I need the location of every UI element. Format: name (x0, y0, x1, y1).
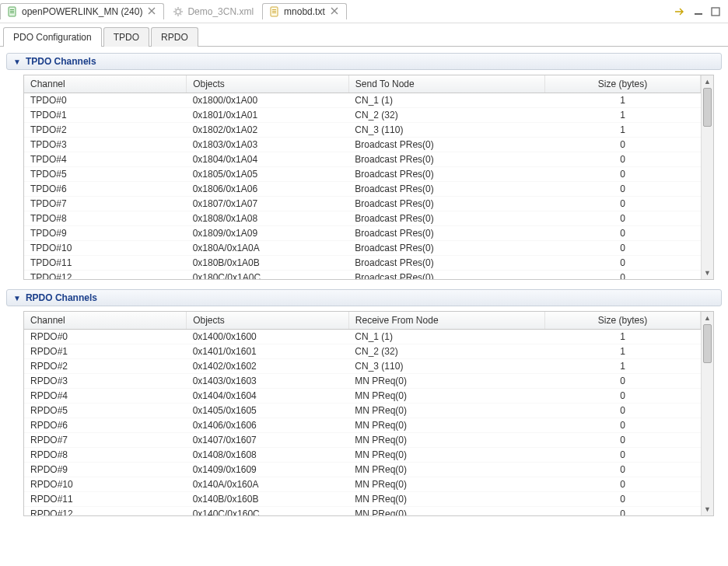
cell-channel: RPDO#12 (24, 507, 187, 516)
table-row[interactable]: RPDO#120x140C/0x160CMN PReq(0)0 (24, 507, 701, 516)
table-row[interactable]: TPDO#10x1801/0x1A01CN_2 (32)1 (24, 108, 701, 123)
cell-channel: TPDO#0 (24, 93, 187, 108)
table-row[interactable]: TPDO#120x180C/0x1A0CBroadcast PRes(0)0 (24, 271, 701, 280)
scroll-down-icon[interactable]: ▼ (702, 267, 713, 279)
table-row[interactable]: RPDO#30x1403/0x1603MN PReq(0)0 (24, 374, 701, 389)
cell-node: Broadcast PRes(0) (348, 167, 544, 182)
cell-objects: 0x140A/0x160A (187, 477, 349, 492)
tpdo-title: TPDO Channels (26, 56, 96, 67)
right-arrow-icon[interactable] (675, 7, 686, 16)
table-row[interactable]: TPDO#40x1804/0x1A04Broadcast PRes(0)0 (24, 152, 701, 167)
cell-objects: 0x1408/0x1608 (187, 448, 349, 463)
table-row[interactable]: TPDO#110x180B/0x1A0BBroadcast PRes(0)0 (24, 256, 701, 271)
maximize-icon[interactable] (711, 7, 720, 16)
table-row[interactable]: RPDO#90x1409/0x1609MN PReq(0)0 (24, 463, 701, 477)
cell-objects: 0x1400/0x1600 (187, 330, 349, 344)
table-row[interactable]: RPDO#20x1402/0x1602CN_3 (110)1 (24, 359, 701, 374)
editor-tab[interactable]: Demo_3CN.xml (166, 3, 261, 19)
file-icon (173, 6, 184, 17)
cell-objects: 0x1809/0x1A09 (187, 226, 349, 241)
svg-rect-16 (272, 12, 276, 13)
cell-size: 0 (544, 138, 700, 152)
table-row[interactable]: RPDO#60x1406/0x1606MN PReq(0)0 (24, 418, 701, 433)
tpdo-section-header[interactable]: ▼ TPDO Channels (6, 53, 722, 70)
table-row[interactable]: TPDO#60x1806/0x1A06Broadcast PRes(0)0 (24, 182, 701, 197)
cell-size: 0 (544, 477, 700, 492)
table-row[interactable]: RPDO#40x1404/0x1604MN PReq(0)0 (24, 389, 701, 404)
page-tab-pdo-configuration[interactable]: PDO Configuration (3, 27, 102, 47)
cell-objects: 0x1805/0x1A05 (187, 167, 349, 182)
editor-tab[interactable]: mnobd.txt (262, 3, 347, 19)
table-row[interactable]: RPDO#100x140A/0x160AMN PReq(0)0 (24, 477, 701, 492)
cell-channel: RPDO#4 (24, 389, 187, 404)
table-row[interactable]: TPDO#80x1808/0x1A08Broadcast PRes(0)0 (24, 211, 701, 226)
tab-label: openPOWERLINK_MN (240) (22, 6, 142, 17)
col-size[interactable]: Size (bytes) (544, 75, 700, 93)
table-row[interactable]: RPDO#70x1407/0x1607MN PReq(0)0 (24, 433, 701, 448)
svg-line-12 (180, 9, 181, 9)
cell-size: 0 (544, 448, 700, 463)
page-tab-rpdo[interactable]: RPDO (151, 27, 198, 47)
cell-node: MN PReq(0) (348, 492, 544, 507)
col-channel[interactable]: Channel (24, 75, 187, 93)
table-row[interactable]: RPDO#110x140B/0x160BMN PReq(0)0 (24, 492, 701, 507)
tpdo-table[interactable]: Channel Objects Send To Node Size (bytes… (24, 75, 701, 279)
col-objects[interactable]: Objects (187, 75, 349, 93)
cell-size: 0 (544, 271, 700, 280)
table-row[interactable]: RPDO#80x1408/0x1608MN PReq(0)0 (24, 448, 701, 463)
cell-node: MN PReq(0) (348, 448, 544, 463)
table-row[interactable]: RPDO#10x1401/0x1601CN_2 (32)1 (24, 344, 701, 359)
cell-node: Broadcast PRes(0) (348, 256, 544, 271)
cell-objects: 0x140C/0x160C (187, 507, 349, 516)
scroll-down-icon[interactable]: ▼ (702, 503, 713, 515)
col-receive-from-node[interactable]: Receive From Node (348, 312, 544, 330)
cell-objects: 0x180B/0x1A0B (187, 256, 349, 271)
svg-line-10 (180, 14, 181, 15)
col-objects[interactable]: Objects (187, 312, 349, 330)
rpdo-section-header[interactable]: ▼ RPDO Channels (6, 289, 722, 306)
rpdo-table[interactable]: Channel Objects Receive From Node Size (… (24, 312, 701, 515)
rpdo-scrollbar[interactable]: ▲ ▼ (701, 312, 713, 515)
svg-line-11 (175, 14, 176, 15)
table-row[interactable]: TPDO#100x180A/0x1A0ABroadcast PRes(0)0 (24, 241, 701, 256)
cell-channel: RPDO#8 (24, 448, 187, 463)
svg-rect-18 (712, 8, 719, 16)
cell-channel: TPDO#8 (24, 211, 187, 226)
col-size[interactable]: Size (bytes) (544, 312, 700, 330)
cell-node: MN PReq(0) (348, 433, 544, 448)
col-channel[interactable]: Channel (24, 312, 187, 330)
table-row[interactable]: TPDO#20x1802/0x1A02CN_3 (110)1 (24, 123, 701, 138)
cell-objects: 0x1404/0x1604 (187, 389, 349, 404)
cell-objects: 0x180A/0x1A0A (187, 241, 349, 256)
table-row[interactable]: RPDO#50x1405/0x1605MN PReq(0)0 (24, 404, 701, 418)
cell-node: MN PReq(0) (348, 374, 544, 389)
cell-objects: 0x1405/0x1605 (187, 404, 349, 418)
editor-tab[interactable]: openPOWERLINK_MN (240) (0, 3, 164, 19)
svg-point-4 (176, 9, 180, 14)
cell-objects: 0x1401/0x1601 (187, 344, 349, 359)
cell-node: MN PReq(0) (348, 463, 544, 477)
cell-size: 0 (544, 167, 700, 182)
table-row[interactable]: TPDO#30x1803/0x1A03Broadcast PRes(0)0 (24, 138, 701, 152)
col-send-to-node[interactable]: Send To Node (348, 75, 544, 93)
cell-channel: RPDO#10 (24, 477, 187, 492)
table-row[interactable]: RPDO#00x1400/0x1600CN_1 (1)1 (24, 330, 701, 344)
close-icon[interactable] (146, 6, 157, 17)
close-icon[interactable] (329, 6, 340, 17)
scroll-up-icon[interactable]: ▲ (702, 75, 713, 88)
svg-rect-15 (272, 11, 276, 12)
scroll-up-icon[interactable]: ▲ (702, 312, 713, 324)
cell-size: 1 (544, 344, 700, 359)
cell-channel: TPDO#3 (24, 138, 187, 152)
table-row[interactable]: TPDO#50x1805/0x1A05Broadcast PRes(0)0 (24, 167, 701, 182)
minimize-icon[interactable] (694, 7, 703, 16)
cell-node: MN PReq(0) (348, 404, 544, 418)
table-row[interactable]: TPDO#00x1800/0x1A00CN_1 (1)1 (24, 93, 701, 108)
cell-objects: 0x1801/0x1A01 (187, 108, 349, 123)
cell-objects: 0x1803/0x1A03 (187, 138, 349, 152)
cell-node: CN_3 (110) (348, 359, 544, 374)
page-tab-tpdo[interactable]: TPDO (103, 27, 149, 47)
tpdo-scrollbar[interactable]: ▲ ▼ (701, 75, 713, 279)
table-row[interactable]: TPDO#70x1807/0x1A07Broadcast PRes(0)0 (24, 197, 701, 211)
table-row[interactable]: TPDO#90x1809/0x1A09Broadcast PRes(0)0 (24, 226, 701, 241)
